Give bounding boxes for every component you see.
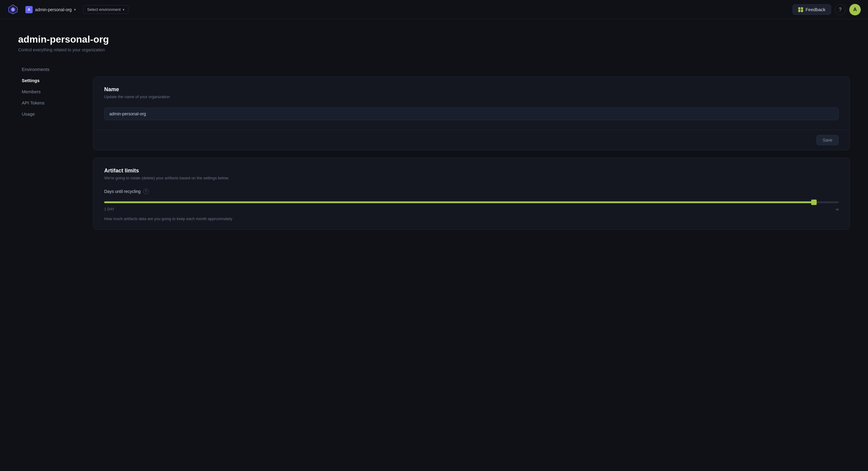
keep-data-text: How much artifacts data are you going to…	[104, 217, 839, 221]
content-row: Environments Settings Members API Tokens…	[18, 64, 850, 249]
org-name-input[interactable]	[104, 107, 839, 120]
sidebar-item-environments[interactable]: Environments	[18, 64, 79, 74]
sidebar-item-settings[interactable]: Settings	[18, 75, 79, 86]
header: A admin-personal-org ▾ Select environmen…	[0, 0, 868, 19]
help-circle-icon[interactable]: ?	[143, 189, 149, 194]
name-card-body: Name Update the name of your organizatio…	[93, 77, 849, 130]
slider-min-label: 1 DAY	[104, 207, 115, 211]
slider-max-label: ∞	[836, 207, 839, 212]
name-card-footer: Save	[93, 130, 849, 150]
artifact-section-title: Artifact limits	[104, 167, 839, 174]
user-avatar[interactable]: A	[849, 4, 861, 15]
name-section-title: Name	[104, 86, 839, 93]
chevron-down-icon: ▾	[123, 7, 124, 12]
org-name: admin-personal-org	[35, 7, 71, 12]
sidebar-item-api-tokens[interactable]: API Tokens	[18, 98, 79, 108]
feedback-icon	[798, 7, 803, 12]
artifact-card-body: Artifact limits We're going to rotate (d…	[93, 158, 849, 229]
env-selector-label: Select environment	[87, 7, 121, 12]
page-header: admin-personal-org Control everything re…	[18, 34, 850, 52]
page-subtitle: Control everything related to your organ…	[18, 48, 850, 52]
help-button[interactable]: ?	[835, 4, 846, 15]
sidebar-item-members[interactable]: Members	[18, 87, 79, 97]
recycling-slider[interactable]	[104, 201, 839, 203]
feedback-button[interactable]: Feedback	[793, 4, 831, 15]
artifact-card: Artifact limits We're going to rotate (d…	[93, 158, 850, 230]
name-section-desc: Update the name of your organization	[104, 94, 839, 99]
chevron-down-icon: ▾	[74, 7, 76, 12]
app-logo[interactable]	[7, 3, 19, 16]
feedback-label: Feedback	[805, 7, 826, 12]
slider-label: Days until recycling	[104, 189, 141, 194]
org-selector[interactable]: A admin-personal-org ▾	[23, 5, 78, 14]
save-button[interactable]: Save	[816, 135, 839, 145]
artifact-section-desc: We're going to rotate (delete) your arti…	[104, 176, 839, 180]
sidebar: Environments Settings Members API Tokens…	[18, 64, 79, 249]
org-avatar: A	[25, 6, 33, 13]
slider-label-row: Days until recycling ?	[104, 189, 839, 194]
slider-labels: 1 DAY ∞	[104, 207, 839, 212]
help-icon: ?	[839, 7, 842, 12]
slider-container	[104, 199, 839, 205]
name-card: Name Update the name of your organizatio…	[93, 76, 850, 150]
sidebar-item-usage[interactable]: Usage	[18, 109, 79, 119]
settings-panel: Name Update the name of your organizatio…	[93, 64, 850, 249]
main-container: admin-personal-org Control everything re…	[0, 19, 868, 471]
page-title: admin-personal-org	[18, 34, 850, 45]
env-selector[interactable]: Select environment ▾	[83, 5, 128, 14]
